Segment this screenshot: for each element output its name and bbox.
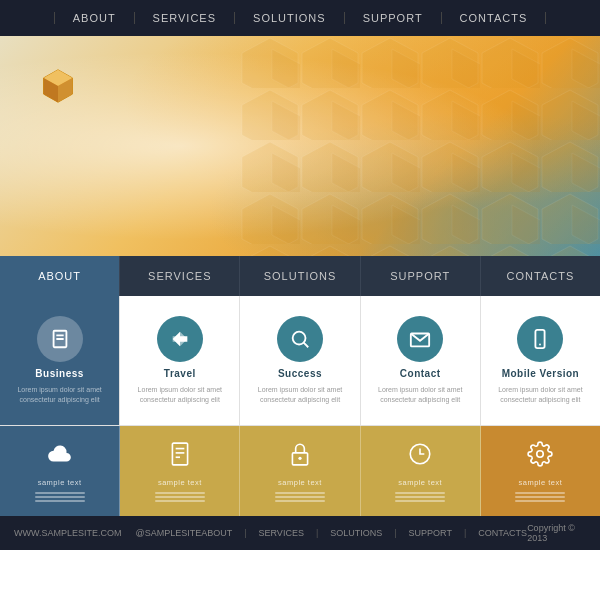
bottom-label-4: sample text [518, 478, 562, 487]
icon-label-0: Business [35, 368, 83, 379]
footer-nav-solutions[interactable]: SOLUTIONS [330, 528, 382, 538]
bottom-lines-4 [515, 492, 565, 502]
icon-circle-4 [517, 316, 563, 362]
footer-separator: | [464, 528, 466, 538]
top-nav-item-support[interactable]: SUPPORT [345, 12, 442, 24]
svg-rect-12 [172, 443, 187, 465]
bottom-icon-lock [287, 441, 313, 473]
footer-left: WWW.SAMPLESITE.COM@SAMPLESITE [14, 528, 201, 538]
sec-nav-item-support[interactable]: SUPPORT [361, 256, 481, 296]
bottom-col-3: sample text [361, 426, 481, 516]
icon-circle-2 [277, 316, 323, 362]
icon-label-4: Mobile Version [502, 368, 580, 379]
bottom-lines-0 [35, 492, 85, 502]
sec-nav-item-solutions[interactable]: SOLUTIONS [240, 256, 360, 296]
bottom-icon-gear [527, 441, 553, 473]
bottom-col-4: sample text [481, 426, 600, 516]
icon-col-2: SuccessLorem ipsum dolor sit amet consec… [240, 296, 360, 425]
footer-copyright: Copyright © 2013 [527, 523, 586, 543]
icon-desc-1: Lorem ipsum dolor sit amet consectetur a… [128, 385, 231, 405]
svg-point-7 [293, 332, 306, 345]
footer-nav-support[interactable]: SUPPORT [409, 528, 452, 538]
footer-nav-contacts[interactable]: CONTACTS [478, 528, 527, 538]
footer-separator: | [316, 528, 318, 538]
svg-point-19 [537, 450, 544, 457]
logo-cube-icon [40, 68, 76, 104]
bottom-icon-doc [167, 441, 193, 473]
bottom-icon-clock [407, 441, 433, 473]
icon-desc-3: Lorem ipsum dolor sit amet consectetur a… [369, 385, 472, 405]
svg-point-17 [298, 456, 301, 459]
footer-nav-about[interactable]: ABOUT [201, 528, 232, 538]
icon-circle-0 [37, 316, 83, 362]
top-nav-item-solutions[interactable]: SOLUTIONS [235, 12, 345, 24]
sec-nav-item-about[interactable]: ABOUT [0, 256, 120, 296]
footer: WWW.SAMPLESITE.COM@SAMPLESITE ABOUT|SERV… [0, 516, 600, 550]
top-nav-item-services[interactable]: SERVICES [135, 12, 235, 24]
hero-section [0, 36, 600, 256]
hex-grid-overlay [240, 36, 600, 256]
bottom-label-0: sample text [38, 478, 82, 487]
svg-point-11 [539, 344, 541, 346]
icon-circle-3 [397, 316, 443, 362]
footer-left-item: @SAMPLESITE [136, 528, 202, 538]
secondary-navigation: ABOUTSERVICESSOLUTIONSSUPPORTCONTACTS [0, 256, 600, 296]
top-nav-item-about[interactable]: ABOUT [54, 12, 135, 24]
bottom-lines-1 [155, 492, 205, 502]
bottom-lines-3 [395, 492, 445, 502]
top-nav-item-contacts[interactable]: CONTACTS [442, 12, 547, 24]
icon-col-1: TravelLorem ipsum dolor sit amet consect… [120, 296, 240, 425]
icon-label-3: Contact [400, 368, 441, 379]
logo-area [30, 66, 76, 104]
svg-line-8 [304, 343, 309, 348]
icon-col-0: BusinessLorem ipsum dolor sit amet conse… [0, 296, 120, 425]
icon-col-3: ContactLorem ipsum dolor sit amet consec… [361, 296, 481, 425]
top-navigation: ABOUTSERVICESSOLUTIONSSUPPORTCONTACTS [0, 0, 600, 36]
icon-desc-4: Lorem ipsum dolor sit amet consectetur a… [489, 385, 592, 405]
bottom-col-2: sample text [240, 426, 360, 516]
icon-label-1: Travel [164, 368, 196, 379]
bottom-label-2: sample text [278, 478, 322, 487]
icon-desc-2: Lorem ipsum dolor sit amet consectetur a… [248, 385, 351, 405]
bottom-lines-2 [275, 492, 325, 502]
bottom-label-3: sample text [398, 478, 442, 487]
icon-circle-1 [157, 316, 203, 362]
icon-label-2: Success [278, 368, 322, 379]
icon-col-4: Mobile VersionLorem ipsum dolor sit amet… [481, 296, 600, 425]
footer-separator: | [244, 528, 246, 538]
bottom-section: sample textsample textsample textsample … [0, 426, 600, 516]
footer-nav-services[interactable]: SERVICES [259, 528, 304, 538]
bottom-col-0: sample text [0, 426, 120, 516]
svg-rect-2 [240, 36, 600, 256]
sec-nav-item-contacts[interactable]: CONTACTS [481, 256, 600, 296]
bottom-col-1: sample text [120, 426, 240, 516]
footer-separator: | [394, 528, 396, 538]
sec-nav-item-services[interactable]: SERVICES [120, 256, 240, 296]
icon-desc-0: Lorem ipsum dolor sit amet consectetur a… [8, 385, 111, 405]
footer-left-item: WWW.SAMPLESITE.COM [14, 528, 122, 538]
bottom-icon-cloud [47, 441, 73, 473]
icon-section: BusinessLorem ipsum dolor sit amet conse… [0, 296, 600, 426]
bottom-label-1: sample text [158, 478, 202, 487]
footer-center: ABOUT|SERVICES|SOLUTIONS|SUPPORT|CONTACT… [201, 528, 527, 538]
